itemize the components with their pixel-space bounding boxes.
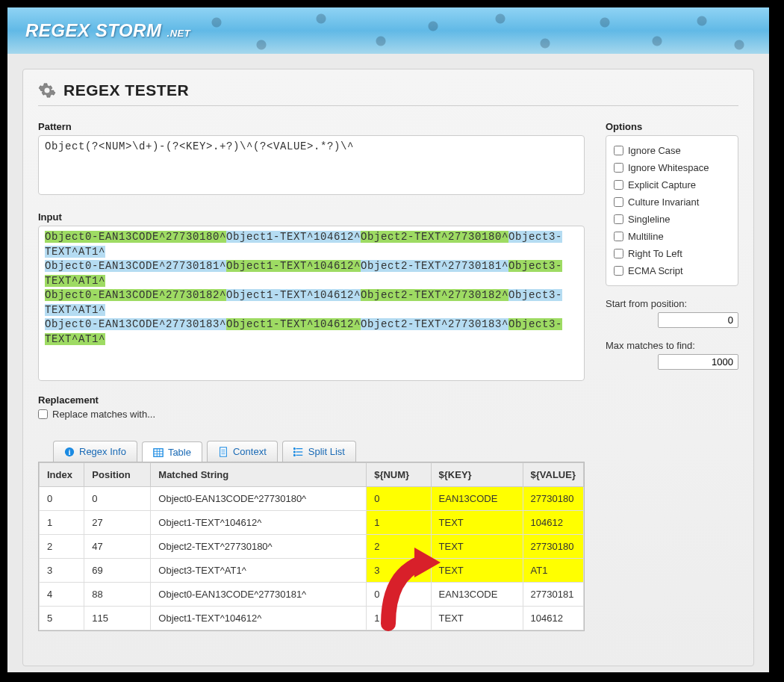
option-checkbox[interactable] <box>614 249 623 258</box>
input-textarea[interactable]: Object0-EAN13CODE^27730180^Object1-TEXT^… <box>38 226 585 381</box>
option-ecma-script[interactable]: ECMA Script <box>614 262 730 279</box>
content-panel: REGEX TESTER Pattern Input Object0-EAN13… <box>22 69 754 666</box>
match-segment: Object2-TEXT^27730181^ <box>361 260 508 272</box>
option-label: ECMA Script <box>628 265 683 276</box>
table-row: 5115Object1-TEXT^104612^1TEXT104612 <box>40 607 584 630</box>
match-segment: Object0-EAN13CODE^27730181^ <box>45 260 226 272</box>
option-multiline[interactable]: Multiline <box>614 228 730 245</box>
document-icon <box>218 447 228 457</box>
option-label: Ignore Case <box>628 145 681 156</box>
options-panel: Ignore CaseIgnore WhitespaceExplicit Cap… <box>606 135 738 286</box>
cell-value: 104612 <box>523 607 583 630</box>
option-singleline[interactable]: Singleline <box>614 211 730 228</box>
cell-index: 0 <box>40 487 84 511</box>
svg-rect-2 <box>154 448 163 456</box>
tab-table[interactable]: Table <box>142 441 202 462</box>
cell-value: 27730180 <box>523 535 583 559</box>
match-segment: Object0-EAN13CODE^27730183^ <box>45 318 226 330</box>
cell-key: TEXT <box>431 607 523 630</box>
cell-num: 3 <box>367 559 431 583</box>
replace-checkbox[interactable] <box>38 409 48 419</box>
cell-matched: Object0-EAN13CODE^27730180^ <box>151 487 367 511</box>
table-row: 00Object0-EAN13CODE^27730180^0EAN13CODE2… <box>40 487 584 511</box>
option-explicit-capture[interactable]: Explicit Capture <box>614 176 730 193</box>
option-checkbox[interactable] <box>614 232 623 241</box>
cell-key: EAN13CODE <box>431 487 523 511</box>
site-header: REGEX STORM .NET <box>7 7 769 54</box>
option-ignore-whitespace[interactable]: Ignore Whitespace <box>614 159 730 176</box>
cell-num: 1 <box>367 607 431 630</box>
table-row: 488Object0-EAN13CODE^27730181^0EAN13CODE… <box>40 583 584 607</box>
replace-toggle-row[interactable]: Replace matches with... <box>38 409 585 420</box>
option-checkbox[interactable] <box>614 163 623 173</box>
option-culture-invariant[interactable]: Culture Invariant <box>614 193 730 211</box>
col-position: Position <box>84 463 151 487</box>
table-row: 369Object3-TEXT^AT1^3TEXTAT1 <box>40 559 584 583</box>
replace-label: Replace matches with... <box>52 409 155 420</box>
cell-position: 69 <box>84 559 151 583</box>
table-row: 247Object2-TEXT^27730180^2TEXT27730180 <box>40 535 584 559</box>
cell-value: 27730180 <box>523 487 583 511</box>
match-segment: Object1-TEXT^104612^ <box>226 260 361 272</box>
cell-num: 0 <box>367 487 431 511</box>
list-icon <box>293 447 304 457</box>
tabs: i Regex Info Table Contex <box>53 441 585 462</box>
match-segment: Object0-EAN13CODE^27730182^ <box>45 289 226 301</box>
results-table: Index Position Matched String ${NUM} ${K… <box>38 462 585 631</box>
match-segment: Object1-TEXT^104612^ <box>226 231 361 243</box>
site-name: REGEX STORM <box>25 20 161 40</box>
cell-value: AT1 <box>523 559 583 583</box>
tab-context[interactable]: Context <box>207 441 278 462</box>
match-segment: Object1-TEXT^104612^ <box>226 289 361 301</box>
cell-num: 0 <box>367 583 431 607</box>
pattern-input[interactable] <box>38 135 585 195</box>
options-label: Options <box>606 121 738 132</box>
table-row: 127Object1-TEXT^104612^1TEXT104612 <box>40 511 584 535</box>
cell-matched: Object2-TEXT^27730180^ <box>151 535 367 559</box>
col-value: ${VALUE} <box>523 463 583 487</box>
match-segment: Object2-TEXT^27730183^ <box>361 318 508 330</box>
start-pos-label: Start from position: <box>606 298 738 309</box>
option-checkbox[interactable] <box>614 180 623 190</box>
option-right-to-left[interactable]: Right To Left <box>614 245 730 262</box>
option-label: Singleline <box>628 214 670 225</box>
match-segment: Object0-EAN13CODE^27730180^ <box>45 231 226 243</box>
option-label: Culture Invariant <box>628 196 699 208</box>
svg-text:i: i <box>69 447 71 456</box>
tab-regex-info[interactable]: i Regex Info <box>53 441 137 462</box>
option-label: Ignore Whitespace <box>628 162 709 173</box>
cell-key: TEXT <box>431 511 523 535</box>
option-checkbox[interactable] <box>614 266 623 276</box>
option-ignore-case[interactable]: Ignore Case <box>614 142 730 159</box>
cell-position: 88 <box>84 583 151 607</box>
svg-point-14 <box>293 447 295 449</box>
cell-position: 47 <box>84 535 151 559</box>
cell-index: 4 <box>40 583 84 607</box>
max-matches-input[interactable] <box>658 354 738 370</box>
info-icon: i <box>64 447 75 457</box>
site-tld: .NET <box>167 28 191 39</box>
option-checkbox[interactable] <box>614 197 623 207</box>
pattern-label: Pattern <box>38 121 585 132</box>
svg-point-15 <box>293 451 295 453</box>
input-label: Input <box>38 211 585 223</box>
site-logo[interactable]: REGEX STORM .NET <box>25 20 190 41</box>
cell-position: 0 <box>84 487 151 511</box>
option-label: Explicit Capture <box>628 179 696 190</box>
cell-key: EAN13CODE <box>431 583 523 607</box>
cell-key: TEXT <box>431 559 523 583</box>
cell-key: TEXT <box>431 535 523 559</box>
cell-index: 5 <box>40 607 84 630</box>
match-segment: Object2-TEXT^27730182^ <box>361 289 508 301</box>
col-index: Index <box>40 463 84 487</box>
tab-split-list[interactable]: Split List <box>282 441 356 462</box>
gear-icon <box>38 81 56 99</box>
start-pos-input[interactable] <box>658 312 738 328</box>
cell-value: 104612 <box>523 511 583 535</box>
table-icon <box>153 447 164 458</box>
cell-matched: Object3-TEXT^AT1^ <box>151 559 367 583</box>
option-checkbox[interactable] <box>614 146 623 155</box>
option-checkbox[interactable] <box>614 214 623 224</box>
cell-index: 3 <box>40 559 84 583</box>
option-label: Multiline <box>628 231 664 242</box>
